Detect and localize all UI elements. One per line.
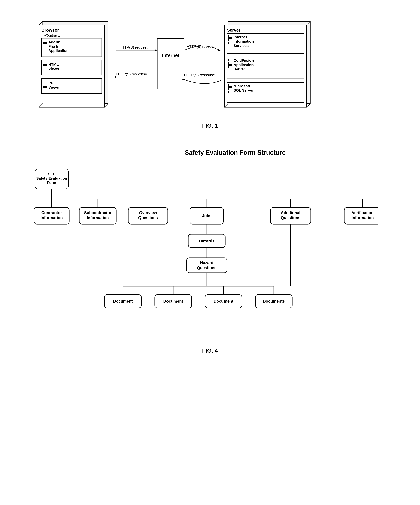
svg-rect-56 [229,59,232,61]
svg-rect-17 [43,62,47,64]
svg-text:Documents: Documents [263,299,285,303]
svg-text:Internet: Internet [233,35,247,39]
svg-rect-57 [229,62,232,64]
svg-rect-63 [229,84,232,87]
svg-text:Information: Information [87,215,109,220]
svg-rect-25 [43,88,47,90]
svg-text:Internet: Internet [162,53,179,58]
svg-text:Views: Views [49,85,59,89]
svg-text:Subcontractor: Subcontractor [84,210,111,215]
svg-text:PDF: PDF [49,81,56,85]
svg-text:Contractor: Contractor [41,210,62,215]
fig4-caption: FIG. 4 [26,347,395,354]
svg-line-5 [104,104,108,107]
svg-rect-19 [43,69,47,72]
svg-rect-58 [229,65,232,68]
svg-text:Form: Form [47,181,56,185]
svg-text:Information: Information [233,39,254,44]
svg-text:HTTP(S) response: HTTP(S) response [184,73,215,77]
svg-text:Questions: Questions [138,215,158,220]
svg-text:Information: Information [351,215,374,220]
svg-rect-23 [43,80,47,83]
svg-line-2 [39,21,43,25]
fig1-diagram: Browser myContractor Adobe Flash Applica… [34,17,386,117]
svg-marker-37 [219,49,221,51]
svg-text:Server: Server [233,67,245,71]
svg-text:Server: Server [227,27,240,32]
svg-text:ColdFusion: ColdFusion [233,58,254,63]
svg-rect-34 [157,38,184,89]
svg-rect-10 [43,40,47,43]
svg-text:Services: Services [233,44,249,48]
svg-text:Views: Views [49,67,59,71]
svg-text:HTML: HTML [49,62,59,67]
svg-text:SEF: SEF [48,172,55,176]
svg-text:Document: Document [113,299,133,303]
svg-text:myContractor: myContractor [41,33,62,37]
svg-text:Safety Evaluation: Safety Evaluation [36,176,67,180]
svg-text:Adobe: Adobe [49,40,60,44]
svg-text:Microsoft: Microsoft [233,84,250,88]
svg-text:Hazard: Hazard [200,260,213,265]
page: Browser myContractor Adobe Flash Applica… [0,0,420,505]
svg-rect-11 [43,44,47,46]
svg-line-45 [307,104,310,107]
svg-rect-51 [229,42,232,44]
svg-text:Additional: Additional [281,210,300,215]
svg-text:HTTP(S) request: HTTP(S) request [119,45,147,50]
svg-marker-30 [155,49,157,51]
svg-rect-49 [229,35,232,38]
fig4-title: Safety Evaluation Form Structure [76,149,395,156]
svg-text:Flash: Flash [49,44,58,48]
svg-text:Application: Application [233,63,254,67]
svg-text:Verification: Verification [352,210,373,215]
svg-text:Questions: Questions [197,265,216,270]
fig4-container: Safety Evaluation Form Structure SEF Saf… [26,149,395,354]
svg-rect-12 [43,47,47,50]
svg-text:Jobs: Jobs [202,214,211,218]
svg-text:Browser: Browser [41,27,59,32]
svg-text:Document: Document [213,299,233,303]
svg-text:Document: Document [163,299,183,303]
fig1-caption: FIG. 1 [202,122,218,129]
svg-text:Questions: Questions [281,215,300,220]
svg-text:Application: Application [49,49,69,53]
fig4-diagram: SEF Safety Evaluation Form Contractor In… [26,161,378,346]
svg-rect-24 [43,84,47,87]
svg-text:Overview: Overview [139,210,157,215]
svg-rect-101 [187,258,227,273]
svg-text:HTTP(S) response: HTTP(S) response [116,72,147,76]
svg-text:SOL Server: SOL Server [233,88,254,92]
svg-rect-50 [229,38,232,41]
svg-rect-65 [229,91,232,93]
svg-line-42 [224,21,228,25]
svg-text:Hazards: Hazards [199,239,214,243]
fig1-container: Browser myContractor Adobe Flash Applica… [26,17,395,129]
svg-rect-18 [43,65,47,68]
svg-text:Information: Information [41,215,63,220]
svg-rect-64 [229,88,232,90]
svg-marker-33 [114,76,116,78]
